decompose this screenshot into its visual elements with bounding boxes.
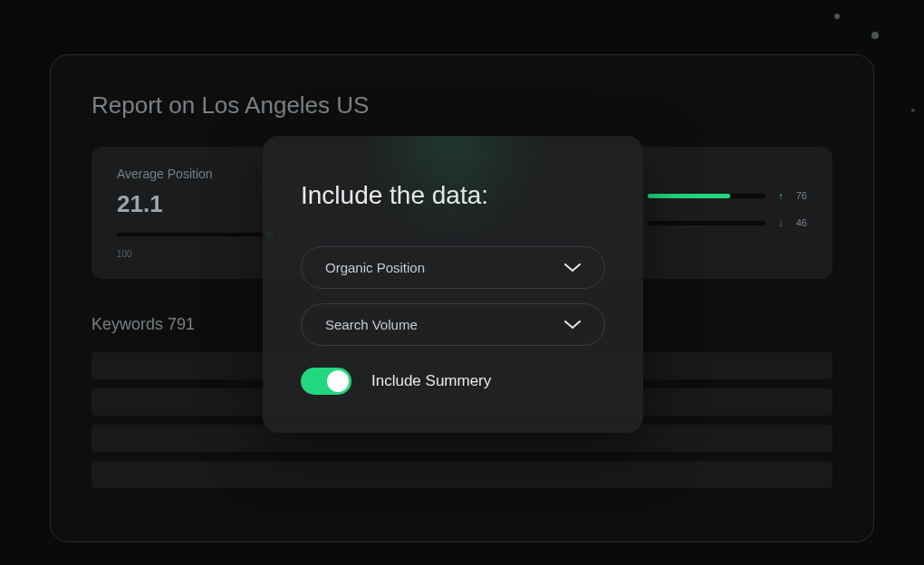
average-position-value: 21.1	[117, 190, 271, 218]
include-summary-row: Include Summery	[301, 368, 605, 395]
dot-icon	[834, 14, 840, 19]
dot-icon	[871, 32, 879, 39]
progress-caption: 100	[117, 249, 271, 259]
metric-bar-fill	[648, 194, 730, 198]
search-volume-dropdown[interactable]: Search Volume	[301, 303, 605, 346]
metric-bar	[648, 221, 765, 225]
chevron-down-icon	[564, 263, 581, 273]
average-position-block: Average Position 21.1 100	[117, 167, 271, 259]
secondary-metrics: ↑ 76 ↓ 46	[648, 190, 807, 228]
progress-fill	[117, 233, 271, 236]
toggle-label: Include Summery	[371, 372, 491, 390]
chevron-down-icon	[564, 321, 581, 330]
modal-title: Include the data:	[301, 181, 605, 210]
arrow-down-icon: ↓	[778, 217, 784, 228]
metric-bar-fill	[648, 221, 765, 225]
report-title: Report on Los Angeles US	[91, 91, 833, 120]
average-position-label: Average Position	[117, 167, 271, 181]
toggle-knob-icon	[327, 370, 349, 392]
table-row	[91, 461, 833, 488]
metric-up-value: 76	[796, 190, 807, 201]
include-data-modal: Include the data: Organic Position Searc…	[263, 136, 643, 433]
decorative-dots	[834, 14, 879, 39]
metric-row-up: ↑ 76	[648, 190, 807, 201]
include-summary-toggle[interactable]	[301, 368, 351, 395]
metric-down-value: 46	[796, 217, 807, 228]
progress-bar	[117, 233, 271, 236]
metric-bar	[648, 194, 765, 198]
dot-icon	[911, 109, 915, 112]
metric-row-down: ↓ 46	[648, 217, 807, 228]
organic-position-dropdown[interactable]: Organic Position	[301, 246, 605, 289]
dropdown-label: Organic Position	[325, 260, 425, 275]
dropdown-label: Search Volume	[325, 317, 418, 332]
arrow-up-icon: ↑	[778, 190, 784, 201]
